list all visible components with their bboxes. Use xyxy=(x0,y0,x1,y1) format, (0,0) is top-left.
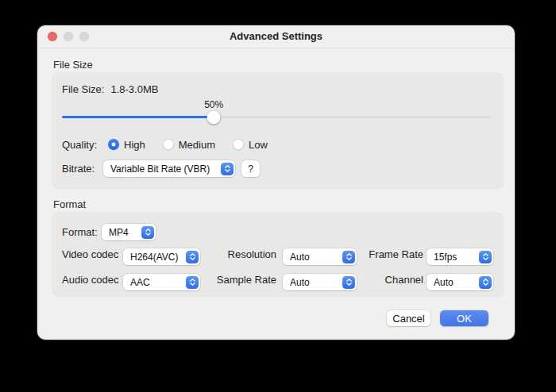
frame-rate-label: Frame Rate xyxy=(351,248,423,260)
channel-select[interactable]: Auto xyxy=(427,274,493,290)
radio-label-high: High xyxy=(124,139,145,151)
radio-icon-high[interactable] xyxy=(108,139,119,150)
format-value: MP4 xyxy=(109,227,129,238)
radio-quality-high[interactable]: High xyxy=(108,139,145,151)
slider-value-label: 50% xyxy=(204,99,223,110)
minimize-icon[interactable] xyxy=(64,32,73,41)
ok-button[interactable]: OK xyxy=(440,310,488,326)
video-codec-value: H264(AVC) xyxy=(130,252,178,263)
frame-rate-select[interactable]: 15fps xyxy=(427,248,493,265)
close-icon[interactable] xyxy=(48,32,57,41)
bitrate-select[interactable]: Variable Bit Rate (VBR) xyxy=(103,160,235,177)
radio-icon-medium[interactable] xyxy=(163,139,174,150)
format-panel: Format: MP4 Video codec H264(AVC) Resolu… xyxy=(52,213,504,297)
bitrate-label: Bitrate: xyxy=(62,163,103,175)
slider-track[interactable] xyxy=(62,116,491,118)
zoom-icon[interactable] xyxy=(79,32,89,41)
channel-value: Auto xyxy=(434,277,454,288)
file-size-panel: File Size: 1.8-3.0MB 50% Quality: High M… xyxy=(52,73,504,189)
format-group-label: Format xyxy=(53,198,86,210)
file-size-value: 1.8-3.0MB xyxy=(110,83,158,95)
video-codec-label: Video codec xyxy=(62,248,122,260)
radio-quality-medium[interactable]: Medium xyxy=(163,139,215,151)
channel-label: Channel xyxy=(351,274,423,286)
slider-fill xyxy=(62,116,214,118)
chevron-updown-icon xyxy=(186,276,199,289)
help-button[interactable]: ? xyxy=(241,160,260,177)
advanced-settings-dialog: Advanced Settings File Size File Size: 1… xyxy=(37,25,515,340)
resolution-select[interactable]: Auto xyxy=(283,248,357,265)
chevron-updown-icon xyxy=(479,276,492,289)
audio-codec-select[interactable]: AAC xyxy=(123,274,200,290)
quality-label: Quality: xyxy=(62,139,108,151)
chevron-updown-icon xyxy=(141,226,154,239)
bitrate-value: Variable Bit Rate (VBR) xyxy=(110,163,210,175)
video-codec-select[interactable]: H264(AVC) xyxy=(123,248,200,265)
frame-rate-value: 15fps xyxy=(434,252,457,263)
file-size-slider[interactable]: 50% xyxy=(62,99,491,126)
file-size-group-label: File Size xyxy=(53,59,93,71)
chevron-updown-icon xyxy=(479,251,492,263)
audio-codec-value: AAC xyxy=(130,277,150,288)
resolution-value: Auto xyxy=(290,252,310,263)
radio-label-low: Low xyxy=(249,139,268,151)
audio-codec-label: Audio codec xyxy=(62,274,122,286)
format-select[interactable]: MP4 xyxy=(102,224,156,240)
resolution-label: Resolution xyxy=(208,248,276,260)
radio-quality-low[interactable]: Low xyxy=(233,139,268,151)
window-title: Advanced Settings xyxy=(37,25,515,48)
sample-rate-value: Auto xyxy=(290,277,310,288)
chevron-updown-icon xyxy=(186,251,199,263)
radio-icon-low[interactable] xyxy=(233,139,244,150)
title-bar[interactable]: Advanced Settings xyxy=(37,25,515,48)
slider-thumb[interactable] xyxy=(207,110,221,124)
sample-rate-label: Sample Rate xyxy=(208,274,276,286)
chevron-updown-icon xyxy=(221,163,234,175)
radio-label-medium: Medium xyxy=(179,139,215,151)
file-size-label: File Size: xyxy=(62,83,104,95)
cancel-button[interactable]: Cancel xyxy=(387,310,431,326)
sample-rate-select[interactable]: Auto xyxy=(283,274,357,290)
format-label: Format: xyxy=(62,226,102,238)
